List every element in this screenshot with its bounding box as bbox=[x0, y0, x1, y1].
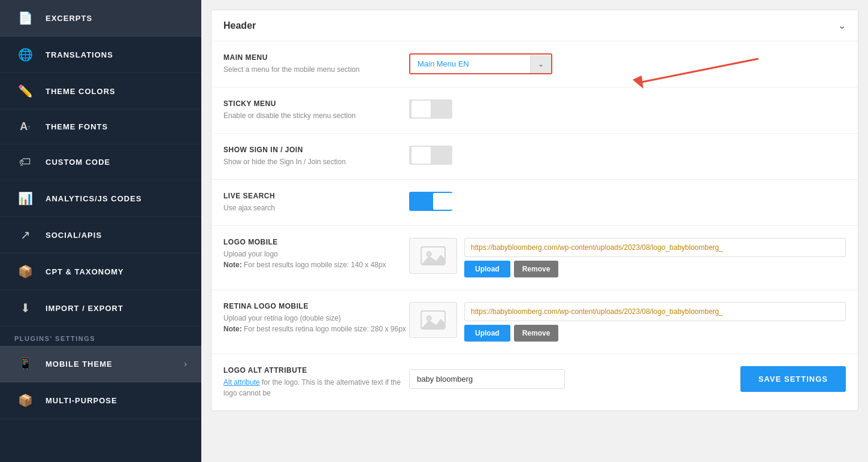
sidebar-item-label: Theme Fonts bbox=[46, 122, 108, 131]
sidebar-item-label: Theme Colors bbox=[46, 87, 116, 96]
sidebar-item-label: CPT & Taxonomy bbox=[46, 267, 124, 276]
retina-logo-url-input[interactable] bbox=[464, 302, 846, 321]
live-search-desc: Use ajax search bbox=[223, 203, 409, 213]
sidebar-item-cpt-taxonomy[interactable]: 📦 CPT & Taxonomy bbox=[0, 253, 201, 290]
sidebar-item-label: Excerpts bbox=[46, 14, 92, 23]
retina-logo-label: Retina Logo Mobile bbox=[223, 302, 409, 310]
sidebar-item-custom-code[interactable]: 🏷 Custom Code bbox=[0, 144, 201, 180]
multi-purpose-icon: 📦 bbox=[14, 393, 36, 407]
sidebar-item-mobile-theme[interactable]: 📱 Mobile Theme › bbox=[0, 346, 201, 382]
show-sign-in-desc: Show or hide the Sign In / Join section bbox=[223, 156, 409, 167]
logo-placeholder-icon bbox=[418, 244, 448, 268]
show-sign-in-label: Show Sign In / Join bbox=[223, 146, 409, 154]
logo-mobile-url-input[interactable] bbox=[464, 238, 846, 257]
sidebar-item-label: Social/APIs bbox=[46, 231, 102, 240]
logo-mobile-note: Note: For best results logo mobile size:… bbox=[223, 261, 386, 269]
main-menu-desc: Select a menu for the mobile menu sectio… bbox=[223, 64, 409, 75]
logo-alt-input[interactable] bbox=[409, 369, 565, 389]
header-panel: Header ⌄ Main Menu Select a menu for the… bbox=[211, 10, 858, 411]
logo-alt-row: Logo Alt Attribute Alt attribute for the… bbox=[211, 354, 858, 410]
logo-mobile-upload-btn[interactable]: Upload bbox=[464, 261, 510, 277]
chevron-down-icon: ⌄ bbox=[838, 20, 846, 31]
retina-logo-placeholder-icon bbox=[418, 308, 448, 332]
main-menu-row: Main Menu Select a menu for the mobile m… bbox=[211, 41, 858, 87]
logo-alt-desc: Alt attribute for the logo. This is the … bbox=[223, 377, 409, 398]
custom-code-icon: 🏷 bbox=[14, 155, 36, 169]
toggle-knob bbox=[412, 147, 431, 164]
sticky-menu-desc: Enable or disable the sticky menu sectio… bbox=[223, 110, 409, 121]
retina-note: Note: For best results retina logo mobil… bbox=[223, 325, 406, 333]
theme-colors-icon: ✏️ bbox=[14, 84, 36, 98]
sidebar-item-social-apis[interactable]: ↗ Social/APIs bbox=[0, 217, 201, 253]
main-content: Header ⌄ Main Menu Select a menu for the… bbox=[201, 0, 868, 462]
retina-logo-desc: Upload your retina logo (double size) No… bbox=[223, 313, 409, 334]
chevron-right-icon: › bbox=[184, 359, 187, 369]
sidebar-item-multi-purpose[interactable]: 📦 Multi-Purpose bbox=[0, 382, 201, 419]
logo-alt-label: Logo Alt Attribute bbox=[223, 366, 409, 375]
logo-mobile-control: Upload Remove bbox=[409, 238, 846, 277]
panel-header[interactable]: Header ⌄ bbox=[211, 10, 858, 41]
translations-icon: 🌐 bbox=[14, 47, 36, 62]
sidebar-item-excerpts[interactable]: 📄 Excerpts bbox=[0, 0, 201, 37]
main-menu-select-value: Main Menu EN bbox=[410, 55, 530, 73]
main-menu-label: Main Menu bbox=[223, 53, 409, 62]
sidebar-item-label: Multi-Purpose bbox=[46, 396, 117, 405]
logo-mobile-label: Logo Mobile bbox=[223, 238, 409, 246]
logo-mobile-desc: Upload your logo Note: For best results … bbox=[223, 249, 409, 270]
main-menu-dropdown-btn[interactable]: ⌄ bbox=[530, 55, 551, 73]
sidebar-item-analytics[interactable]: 📊 Analytics/JS Codes bbox=[0, 180, 201, 217]
logo-mobile-row: Logo Mobile Upload your logo Note: For b… bbox=[211, 226, 858, 290]
live-search-row: Live Search Use ajax search bbox=[211, 180, 858, 226]
analytics-icon: 📊 bbox=[14, 191, 36, 206]
logo-mobile-remove-btn[interactable]: Remove bbox=[514, 261, 559, 277]
retina-logo-mobile-row: Retina Logo Mobile Upload your retina lo… bbox=[211, 290, 858, 354]
plugins-section-label: Plugins' Settings bbox=[0, 327, 201, 346]
retina-logo-preview bbox=[409, 302, 457, 338]
live-search-toggle[interactable] bbox=[409, 192, 452, 211]
sidebar-item-label: Import / Export bbox=[46, 304, 123, 313]
sidebar-item-translations[interactable]: 🌐 Translations bbox=[0, 37, 201, 73]
alt-attribute-link[interactable]: Alt attribute bbox=[223, 378, 260, 386]
excerpts-icon: 📄 bbox=[14, 11, 36, 25]
save-settings-button[interactable]: Save Settings bbox=[740, 366, 846, 392]
mobile-theme-icon: 📱 bbox=[14, 357, 36, 371]
panel-body: Main Menu Select a menu for the mobile m… bbox=[211, 41, 858, 410]
show-sign-in-toggle[interactable] bbox=[409, 146, 452, 165]
sidebar-item-label: Mobile Theme bbox=[46, 360, 113, 369]
sidebar-item-label: Translations bbox=[46, 50, 113, 59]
toggle-knob bbox=[412, 101, 431, 117]
social-apis-icon: ↗ bbox=[14, 228, 36, 242]
live-search-label: Live Search bbox=[223, 192, 409, 200]
show-sign-in-row: Show Sign In / Join Show or hide the Sig… bbox=[211, 134, 858, 180]
retina-logo-upload-btn[interactable]: Upload bbox=[464, 325, 510, 342]
sticky-menu-label: Sticky Menu bbox=[223, 99, 409, 108]
retina-logo-remove-btn[interactable]: Remove bbox=[514, 325, 559, 342]
import-export-icon: ⬇ bbox=[14, 301, 36, 315]
logo-mobile-preview bbox=[409, 238, 457, 274]
sidebar-item-label: Custom Code bbox=[46, 158, 110, 167]
cpt-taxonomy-icon: 📦 bbox=[14, 264, 36, 279]
main-menu-select-wrapper[interactable]: Main Menu EN ⌄ bbox=[409, 53, 552, 74]
retina-upload-text: Upload your retina logo (double size) bbox=[223, 314, 341, 322]
theme-fonts-icon: A↑ bbox=[14, 120, 36, 133]
sidebar-item-import-export[interactable]: ⬇ Import / Export bbox=[0, 290, 201, 327]
sidebar: 📄 Excerpts 🌐 Translations ✏️ Theme Color… bbox=[0, 0, 201, 462]
sidebar-item-theme-fonts[interactable]: A↑ Theme Fonts bbox=[0, 110, 201, 144]
sidebar-item-label: Analytics/JS Codes bbox=[46, 194, 142, 203]
toggle-knob bbox=[433, 193, 452, 210]
panel-title: Header bbox=[223, 20, 256, 31]
sidebar-item-theme-colors[interactable]: ✏️ Theme Colors bbox=[0, 73, 201, 110]
sticky-menu-row: Sticky Menu Enable or disable the sticky… bbox=[211, 87, 858, 134]
logo-mobile-upload-text: Upload your logo bbox=[223, 250, 278, 258]
retina-logo-control: Upload Remove bbox=[409, 302, 846, 342]
sticky-menu-toggle[interactable] bbox=[409, 99, 452, 119]
